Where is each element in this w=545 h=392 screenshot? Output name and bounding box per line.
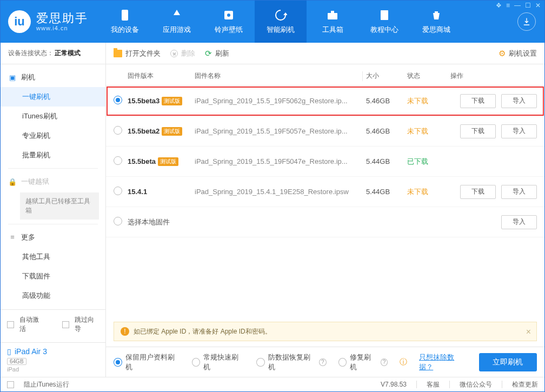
winctl-2[interactable]: ≡ bbox=[506, 2, 510, 9]
sidebar-item[interactable]: iTunes刷机 bbox=[1, 107, 105, 126]
header: iu 爱思助手 www.i4.cn 我的设备应用游戏铃声壁纸智能刷机工具箱教程中… bbox=[1, 1, 544, 43]
nav-2[interactable]: 铃声壁纸 bbox=[203, 1, 255, 43]
nav-6[interactable]: 爱思商城 bbox=[410, 1, 462, 43]
row-radio[interactable] bbox=[114, 156, 122, 165]
row-radio[interactable] bbox=[114, 96, 122, 104]
row-status: 已下载 bbox=[407, 157, 450, 167]
nav-5[interactable]: 教程中心 bbox=[358, 1, 410, 43]
flash-now-button[interactable]: 立即刷机 bbox=[479, 353, 537, 371]
nav-1[interactable]: 应用游戏 bbox=[151, 1, 203, 43]
download-button[interactable]: 下载 bbox=[460, 124, 496, 138]
conn-label: 设备连接状态： bbox=[8, 49, 54, 58]
table-row[interactable]: 15.5beta3测试版iPad_Spring_2019_15.5_19F506… bbox=[106, 86, 544, 116]
open-folder-label: 打开文件夹 bbox=[125, 49, 161, 58]
row-status: 未下载 bbox=[407, 187, 450, 197]
minimize-icon[interactable]: — bbox=[514, 2, 521, 9]
nav-0[interactable]: 我的设备 bbox=[99, 1, 151, 43]
sidebar-group-jailbreak: 🔒 一键越狱 bbox=[1, 172, 105, 191]
main-panel: 打开文件夹 删除 ⟳ 刷新 ⚙ 刷机设置 固件版本 固件名称 大小 bbox=[106, 43, 544, 377]
download-indicator-icon[interactable] bbox=[517, 12, 536, 31]
col-size: 大小 bbox=[366, 71, 407, 81]
col-ops: 操作 bbox=[450, 71, 537, 81]
version-label: V7.98.53 bbox=[381, 381, 407, 388]
device-storage: 64GB bbox=[7, 358, 26, 365]
warning-icon: ! bbox=[121, 327, 129, 336]
row-ops: 下载导入 bbox=[450, 124, 537, 138]
radio-icon bbox=[114, 358, 122, 367]
download-button[interactable]: 下载 bbox=[460, 94, 496, 108]
row-version: 15.5beta测试版 bbox=[128, 157, 195, 166]
row-radio[interactable] bbox=[114, 187, 122, 195]
import-button[interactable]: 导入 bbox=[501, 215, 537, 229]
opt-normal[interactable]: 常规快速刷机 bbox=[192, 353, 244, 372]
skip-guide-label: 跳过向导 bbox=[75, 315, 99, 334]
table-row[interactable]: 选择本地固件导入 bbox=[106, 207, 544, 237]
refresh-button[interactable]: ⟳ 刷新 bbox=[205, 49, 229, 58]
opt-repair[interactable]: 修复刷机? bbox=[338, 353, 388, 372]
import-button[interactable]: 导入 bbox=[501, 185, 537, 199]
nav-4[interactable]: 工具箱 bbox=[307, 1, 358, 43]
sidebar-group-label: 一键越狱 bbox=[21, 177, 49, 187]
notice-text: 如已绑定 Apple ID，请准备好 Apple ID和密码。 bbox=[134, 327, 271, 336]
sidebar-item[interactable]: 其他工具 bbox=[1, 247, 105, 267]
block-itunes-checkbox[interactable] bbox=[7, 381, 14, 388]
sidebar-item[interactable]: 一键刷机 bbox=[1, 87, 105, 107]
folder-icon bbox=[114, 50, 122, 57]
table-row[interactable]: 15.5beta2测试版iPad_Spring_2019_15.5_19F505… bbox=[106, 116, 544, 147]
opt-keep-data[interactable]: 保留用户资料刷机 bbox=[114, 353, 180, 372]
table-row[interactable]: 15.4.1iPad_Spring_2019_15.4.1_19E258_Res… bbox=[106, 177, 544, 207]
skip-guide-checkbox[interactable] bbox=[62, 321, 69, 328]
table-row[interactable]: 15.5beta测试版iPad_Spring_2019_15.5_19F5047… bbox=[106, 147, 544, 177]
opt-label: 保留用户资料刷机 bbox=[125, 353, 180, 372]
svg-rect-3 bbox=[328, 13, 337, 19]
device-name: iPad Air 3 bbox=[15, 347, 47, 356]
table-body: 15.5beta3测试版iPad_Spring_2019_15.5_19F506… bbox=[106, 86, 544, 322]
row-version: 15.5beta3测试版 bbox=[128, 97, 195, 105]
download-button[interactable]: 下载 bbox=[460, 185, 496, 199]
row-size: 5.44GB bbox=[366, 188, 407, 196]
nav-3[interactable]: 智能刷机 bbox=[255, 1, 307, 43]
row-version: 选择本地固件 bbox=[128, 217, 195, 227]
sidebar-item[interactable]: 专业刷机 bbox=[1, 126, 105, 145]
support-link[interactable]: 客服 bbox=[427, 380, 440, 389]
row-size: 5.46GB bbox=[366, 97, 407, 105]
row-filename: iPad_Spring_2019_15.5_19F5057e_Restore.i… bbox=[195, 127, 362, 135]
flash-settings-button[interactable]: ⚙ 刷机设置 bbox=[499, 49, 537, 58]
device-panel[interactable]: ▯ iPad Air 3 64GB iPad bbox=[1, 342, 105, 377]
row-size: 5.44GB bbox=[366, 157, 407, 165]
settings-label: 刷机设置 bbox=[509, 49, 537, 58]
winctl-1[interactable]: ❖ bbox=[496, 2, 502, 9]
open-folder-button[interactable]: 打开文件夹 bbox=[114, 49, 161, 58]
notice-close-icon[interactable]: × bbox=[526, 327, 531, 337]
svg-point-2 bbox=[227, 14, 230, 17]
sidebar-item[interactable]: 高级功能 bbox=[1, 286, 105, 305]
toolbar: 打开文件夹 删除 ⟳ 刷新 ⚙ 刷机设置 bbox=[106, 43, 544, 64]
help-icon[interactable]: ? bbox=[319, 358, 327, 366]
check-update-link[interactable]: 检查更新 bbox=[512, 380, 538, 389]
logo[interactable]: iu 爱思助手 www.i4.cn bbox=[1, 10, 99, 33]
maximize-icon[interactable]: ☐ bbox=[525, 2, 531, 9]
sidebar-item[interactable]: 下载固件 bbox=[1, 267, 105, 286]
row-radio[interactable] bbox=[114, 217, 122, 225]
row-radio[interactable] bbox=[114, 126, 122, 135]
import-button[interactable]: 导入 bbox=[501, 94, 537, 108]
gear-icon: ⚙ bbox=[499, 49, 506, 58]
opt-anti-recovery[interactable]: 防数据恢复刷机? bbox=[256, 353, 327, 372]
logo-sub: www.i4.cn bbox=[36, 25, 88, 31]
notice-bar: ! 如已绑定 Apple ID，请准备好 Apple ID和密码。 × bbox=[114, 322, 537, 341]
close-icon[interactable]: ✕ bbox=[535, 2, 541, 9]
col-version: 固件版本 bbox=[128, 71, 195, 81]
nav-label: 铃声壁纸 bbox=[215, 25, 243, 35]
import-button[interactable]: 导入 bbox=[501, 124, 537, 138]
sidebar-item[interactable]: 批量刷机 bbox=[1, 145, 105, 165]
erase-link[interactable]: 只想抹除数据？ bbox=[419, 353, 467, 372]
wechat-link[interactable]: 微信公众号 bbox=[460, 380, 492, 389]
jailbreak-note: 越狱工具已转移至工具箱 bbox=[20, 192, 99, 220]
help-icon[interactable]: ? bbox=[381, 358, 388, 366]
sidebar-group-more[interactable]: ≡ 更多 bbox=[1, 228, 105, 247]
auto-activate-checkbox[interactable] bbox=[7, 321, 14, 328]
sidebar-group-label: 刷机 bbox=[21, 72, 35, 82]
row-ops: 下载导入 bbox=[450, 185, 537, 199]
sidebar-group-flash[interactable]: ▣ 刷机 bbox=[1, 68, 105, 87]
block-itunes-label: 阻止iTunes运行 bbox=[24, 380, 69, 389]
